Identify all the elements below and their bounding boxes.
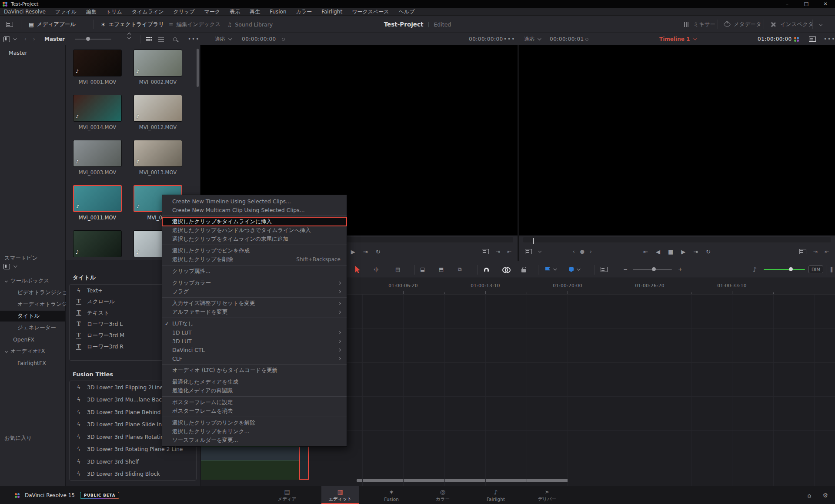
timeline-jog-bar[interactable] bbox=[523, 237, 831, 242]
menu-Fusion[interactable]: Fusion bbox=[265, 8, 291, 16]
context-menu-item[interactable]: 3D LUT bbox=[162, 337, 347, 345]
context-menu-item[interactable]: 1D LUT bbox=[162, 328, 347, 337]
media-clip[interactable]: ♪MVI_0011.MOV bbox=[73, 185, 122, 221]
fx-tree-item[interactable]: FairlightFX bbox=[0, 358, 65, 368]
context-menu-item[interactable]: 最適化したメディアを生成 bbox=[162, 378, 347, 386]
page-メディア[interactable]: ▤メディア bbox=[268, 486, 306, 504]
media-clip[interactable]: ♪MVI_0002.MOV bbox=[134, 50, 182, 85]
timeline-view-options-icon[interactable] bbox=[601, 261, 608, 278]
audio-speaker-icon[interactable]: ♪ bbox=[753, 261, 757, 278]
jump-end-button[interactable]: ⇥ bbox=[363, 249, 368, 255]
match-frame-icon[interactable] bbox=[482, 249, 489, 254]
エフェクトライブラリ-button[interactable]: ✶エフェクトライブラリ bbox=[101, 16, 164, 33]
loop-button[interactable]: ↻ bbox=[376, 249, 381, 255]
link-clips-icon[interactable] bbox=[502, 261, 509, 278]
context-menu-item[interactable]: クリップカラー bbox=[162, 279, 347, 287]
Sound Library-button[interactable]: ♫Sound Library bbox=[227, 16, 273, 33]
context-menu-item[interactable]: Create New Multicam Clip Using Selected … bbox=[162, 206, 347, 214]
close-button[interactable]: × bbox=[816, 0, 835, 8]
menu-ワークスペース[interactable]: ワークスペース bbox=[347, 8, 394, 16]
context-menu-item[interactable]: ポスターフレームに設定 bbox=[162, 398, 347, 407]
zoom-in-icon[interactable]: + bbox=[678, 261, 682, 278]
menu-DaVinci Resolve[interactable]: DaVinci Resolve bbox=[0, 8, 50, 16]
context-menu-item[interactable]: CLF bbox=[162, 354, 347, 363]
audio-level-slider[interactable] bbox=[764, 269, 805, 270]
timeline-name-select[interactable]: Timeline 1 bbox=[659, 33, 696, 45]
timeline-viewer[interactable] bbox=[518, 45, 835, 235]
dim-button[interactable]: DIM bbox=[808, 261, 823, 278]
search-icon[interactable] bbox=[173, 33, 177, 45]
position-lock-icon[interactable] bbox=[521, 261, 526, 278]
page-デリバー[interactable]: ➣デリバー bbox=[528, 486, 566, 504]
play-button[interactable]: ▶ bbox=[681, 249, 685, 255]
context-menu-item[interactable]: 選択したクリップを再リンク... bbox=[162, 427, 347, 436]
fx-tree-item[interactable]: オーディオFX bbox=[0, 346, 65, 357]
fx-tree-item[interactable]: ツールボックス bbox=[0, 275, 65, 286]
stop-button[interactable]: ■ bbox=[668, 249, 673, 255]
bin-view-selector[interactable] bbox=[3, 33, 16, 45]
context-menu-item[interactable]: 選択したクリップをハンドルつきでタイムラインへ挿入 bbox=[162, 226, 347, 235]
media-clip[interactable]: ♪MVI_0012.MOV bbox=[134, 95, 182, 130]
match-frame-icon[interactable] bbox=[799, 249, 806, 254]
trim-edit-tool[interactable]: ‹|› bbox=[374, 261, 378, 278]
media-clip[interactable]: ♪MVI_0014.MOV bbox=[73, 95, 122, 130]
timeline-zoom-slider[interactable] bbox=[633, 269, 672, 270]
list-view-icon[interactable] bbox=[158, 33, 164, 45]
thumbnail-size-slider[interactable] bbox=[75, 39, 111, 40]
context-menu-item[interactable]: クリップ属性... bbox=[162, 267, 347, 275]
menu-トリム[interactable]: トリム bbox=[101, 8, 127, 16]
menu-タイムライン[interactable]: タイムライン bbox=[127, 8, 169, 16]
media-pool-scrollbar[interactable] bbox=[197, 49, 199, 87]
settings-gear-icon[interactable]: ⚙ bbox=[822, 492, 828, 499]
context-menu-item[interactable]: DaVinci CTL bbox=[162, 345, 347, 354]
zoom-out-icon[interactable]: − bbox=[623, 261, 628, 278]
menu-クリップ[interactable]: クリップ bbox=[168, 8, 199, 16]
timeline-video-clip[interactable] bbox=[201, 446, 299, 461]
source-timecode-a[interactable]: 00:00:00:00 bbox=[242, 33, 276, 45]
insert-clip-button[interactable]: ⬓ bbox=[420, 261, 425, 278]
fx-tree-item[interactable]: OpenFX bbox=[0, 334, 65, 345]
menu-ファイル[interactable]: ファイル bbox=[50, 8, 81, 16]
loop-button[interactable]: ↻ bbox=[706, 249, 711, 255]
timeline-options-icon[interactable]: ••• bbox=[824, 33, 835, 45]
インスペクタ-button[interactable]: インスペクタ bbox=[771, 16, 814, 33]
page-エディット[interactable]: ▥エディット bbox=[321, 486, 359, 504]
append-icon[interactable]: ⇤ bbox=[825, 249, 829, 255]
context-menu-item[interactable]: 選択したクリップをタイムラインの末尾に追加 bbox=[162, 235, 347, 243]
context-menu-item[interactable]: オーディオ (LTC) からタイムコードを更新 bbox=[162, 366, 347, 375]
context-menu-item[interactable]: フラグ bbox=[162, 287, 347, 296]
menu-Fairlight[interactable]: Fairlight bbox=[317, 8, 347, 16]
menu-マーク[interactable]: マーク bbox=[200, 8, 225, 16]
play-button[interactable]: ▶ bbox=[351, 249, 355, 255]
source-options-icon[interactable]: ••• bbox=[504, 33, 515, 45]
context-menu-item[interactable]: 入力サイズ調整プリセットを変更 bbox=[162, 299, 347, 308]
timeline-split-icon[interactable]: ❚❚ bbox=[829, 261, 835, 278]
selection-tool[interactable] bbox=[355, 261, 361, 278]
fx-tree-item[interactable]: ジェネレーター bbox=[0, 322, 65, 333]
timeline-zoom-select[interactable]: 適応 bbox=[524, 33, 540, 45]
source-timecode-b[interactable]: 00:00:00:00 bbox=[469, 33, 503, 45]
timeline-timecode-a[interactable]: 00:00:00:01 bbox=[550, 33, 584, 45]
ミキサー-button[interactable]: ミキサー bbox=[684, 16, 715, 33]
step-back-button[interactable]: ◀ bbox=[656, 249, 660, 255]
bin-nav-back[interactable]: ‹ bbox=[24, 33, 27, 45]
media-pool-options-icon[interactable]: ••• bbox=[188, 33, 200, 45]
timeline-selected-clip[interactable] bbox=[299, 446, 309, 480]
favorites-label[interactable]: お気に入り bbox=[4, 434, 32, 442]
viewer-mode-icon[interactable] bbox=[809, 33, 816, 45]
menu-カラー[interactable]: カラー bbox=[291, 8, 317, 16]
menu-ヘルプ[interactable]: ヘルプ bbox=[394, 8, 420, 16]
context-menu-item[interactable]: 最適化メディアの再認識 bbox=[162, 386, 347, 395]
append-to-timeline-icon[interactable]: ⇤ bbox=[507, 249, 511, 255]
page-Fusion[interactable]: ✶Fusion bbox=[373, 486, 410, 504]
context-menu-item[interactable]: ソースフォルダーを変更... bbox=[162, 436, 347, 444]
context-menu-item[interactable]: 選択したクリップのリンクを解除 bbox=[162, 418, 347, 427]
media-clip[interactable]: ♪MVI_0001.MOV bbox=[73, 50, 122, 85]
context-menu-item[interactable]: 選択したクリップを削除Shift+Backspace bbox=[162, 255, 347, 264]
jump-start-button[interactable]: ⇤ bbox=[643, 249, 648, 255]
context-menu-item[interactable]: Create New Timeline Using Selected Clips… bbox=[162, 197, 347, 206]
flag-button[interactable] bbox=[545, 261, 556, 278]
context-menu-item[interactable]: 選択したクリップをタイムラインに挿入 bbox=[162, 217, 347, 226]
timeline-horizontal-scrollbar[interactable] bbox=[357, 479, 568, 482]
メディアプール-button[interactable]: ▤メディアプール bbox=[29, 16, 76, 33]
